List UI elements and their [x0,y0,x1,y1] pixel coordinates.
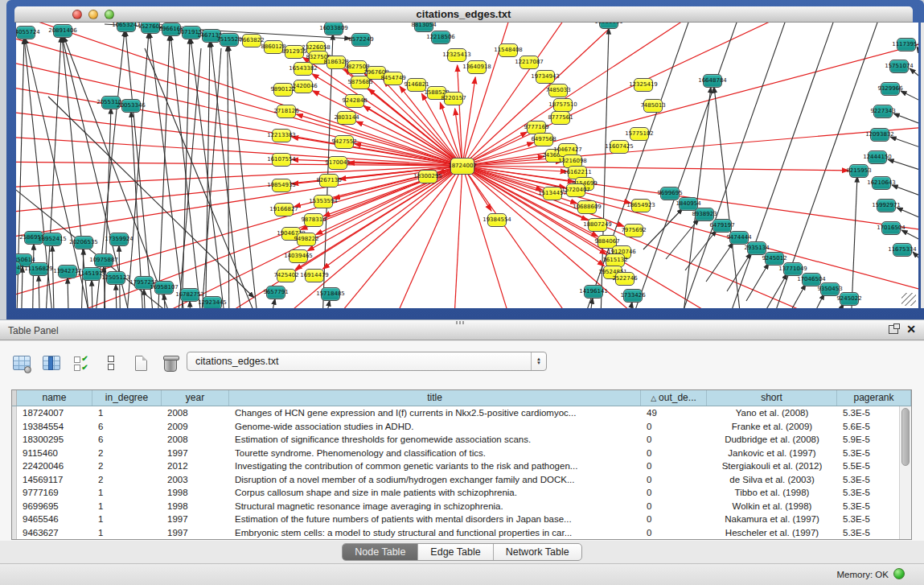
graph-node[interactable]: 9245012 [765,252,784,266]
graph-node[interactable]: 7425402 [277,269,296,282]
graph-node[interactable]: 11607425 [610,140,629,154]
network-window-titlebar[interactable]: citations_edges.txt [14,6,913,23]
graph-node[interactable]: 8860128 [264,40,283,54]
graph-node[interactable]: 9170041 [328,156,347,170]
graph-node[interactable]: 6497568 [534,133,553,146]
graph-node[interactable]: 16914479 [305,269,324,282]
graph-node[interactable]: 18807249 [588,218,607,232]
graph-node[interactable]: 12093832 [870,128,889,142]
graph-node[interactable]: 19166827 [274,203,294,216]
graph-node[interactable]: 12923445 [203,296,222,309]
graph-node[interactable]: 20206535 [74,236,93,249]
graph-node[interactable]: 16958107 [154,281,174,295]
graph-node[interactable]: 16085309 [599,23,618,29]
graph-node[interactable]: 9242848 [345,94,364,108]
graph-node[interactable]: 8220157 [444,92,463,105]
graph-node[interactable]: 16648784 [703,74,722,88]
row-selection-icon[interactable]: ✔✔ [71,352,92,373]
graph-node[interactable]: 15134457 [543,187,562,200]
table-row[interactable]: 946554611997Estimation of the future num… [12,513,911,526]
tab-node-table[interactable]: Node Table [343,544,418,560]
graph-node[interactable]: 9329966 [881,82,900,96]
graph-node[interactable]: 12218506 [431,31,450,44]
graph-node[interactable]: 14196141 [584,285,603,299]
table-row[interactable]: 946362711997Embryonic stem cells: a mode… [12,526,911,540]
graph-node[interactable]: 9878314 [304,213,323,227]
graph-node[interactable]: 2522746 [615,272,634,286]
delete-column-icon[interactable] [160,352,181,373]
zoom-window-button[interactable] [105,10,114,19]
graph-node[interactable]: 17359924 [109,233,129,246]
graph-node[interactable]: 12505123 [106,271,125,285]
column-visibility-icon[interactable] [41,352,62,373]
graph-node[interactable]: 8777561 [551,111,570,125]
graph-node[interactable]: 1527602 [141,23,160,34]
graph-node[interactable]: 2935134 [747,241,766,255]
graph-node[interactable]: 15353594 [314,195,333,208]
graph-node[interactable]: 12213383 [272,129,291,142]
table-row[interactable]: 1938455462009Genome-wide association stu… [12,420,911,434]
graph-node[interactable]: 9227343 [873,105,893,118]
graph-node[interactable]: 13942737 [58,265,77,278]
graph-node[interactable]: 8572249 [351,33,371,47]
merge-rows-icon[interactable] [101,352,121,373]
table-row[interactable]: 2242004622012Investigating the contribut… [12,459,911,473]
graph-node[interactable]: 18952415 [43,233,62,246]
graph-node[interactable]: 7485013 [643,99,663,113]
graph-node[interactable]: 13771049 [783,262,803,276]
graph-node[interactable]: 12325419 [634,78,653,92]
graph-node[interactable]: 11156829 [29,262,48,276]
create-column-icon[interactable] [130,352,151,373]
graph-node[interactable]: 18757510 [553,98,573,112]
graph-node[interactable]: 9350453 [820,282,840,296]
graph-node[interactable]: 9146821 [407,78,426,92]
graph-node[interactable]: 16782753 [180,288,199,302]
column-header-in_degree[interactable]: in_degree [92,390,162,406]
graph-node[interactable]: 15751074 [889,60,909,73]
graph-node[interactable]: 10975887 [94,253,113,267]
graph-node[interactable]: 20891406 [53,24,72,38]
float-panel-icon[interactable] [889,325,898,334]
resize-grip[interactable] [901,293,916,306]
graph-node[interactable]: 18724007 [450,158,474,175]
graph-node[interactable]: 7663822 [242,34,261,47]
table-row[interactable]: 911546021997Tourette syndrome. Phenomeno… [12,447,911,460]
graph-node[interactable]: 1615132 [606,253,625,267]
graph-node[interactable]: 15992971 [877,199,896,212]
graph-node[interactable]: 19734943 [536,70,555,84]
column-header-short[interactable]: short [707,390,837,406]
graph-node[interactable]: 19384554 [487,213,507,227]
graph-node[interactable]: 16107554 [272,153,291,167]
graph-node[interactable]: 12444150 [868,150,887,164]
graph-node[interactable]: 10653247 [117,23,136,32]
graph-node[interactable]: 9498222 [297,233,316,246]
graph-node[interactable]: 17016504 [881,221,901,235]
graph-node[interactable]: 11548408 [499,43,518,57]
graph-node[interactable]: 11173954 [897,38,916,51]
graph-node[interactable]: 19854935 [272,179,291,192]
graph-node[interactable]: 8186328 [326,56,346,69]
graph-node[interactable]: 8454749 [384,72,403,85]
close-window-button[interactable] [72,10,82,19]
graph-node[interactable]: 14055724 [16,26,35,39]
graph-node[interactable]: 9699695 [660,187,680,200]
graph-node[interactable]: 7485033 [548,84,568,97]
network-canvas[interactable]: 1405572420891406106532471527602696616010… [16,23,918,308]
graph-node[interactable]: 16543382 [294,62,313,76]
graph-node[interactable]: 8215953 [849,164,869,178]
graph-node[interactable]: 8267130 [319,174,339,187]
minimize-window-button[interactable] [88,10,98,19]
graph-node[interactable]: 3915947 [16,262,21,275]
table-row[interactable]: 1872400712008Changes of HCN gene express… [12,406,911,420]
graph-node[interactable]: 11675334 [893,243,912,257]
graph-node[interactable]: 15775102 [630,127,649,141]
graph-node[interactable]: 2718126 [277,105,296,118]
column-header-out_de[interactable]: △out_de... [641,390,707,406]
column-header-name[interactable]: name [17,390,92,406]
graph-node[interactable]: 18654923 [631,199,651,212]
tab-network-table[interactable]: Network Table [494,544,581,560]
graph-node[interactable]: 8813054 [414,23,433,32]
table-row[interactable]: 969969511998Structural magnetic resonanc… [12,500,911,513]
graph-node[interactable]: 7515528 [220,33,239,47]
graph-node[interactable]: 8938923 [695,208,714,221]
